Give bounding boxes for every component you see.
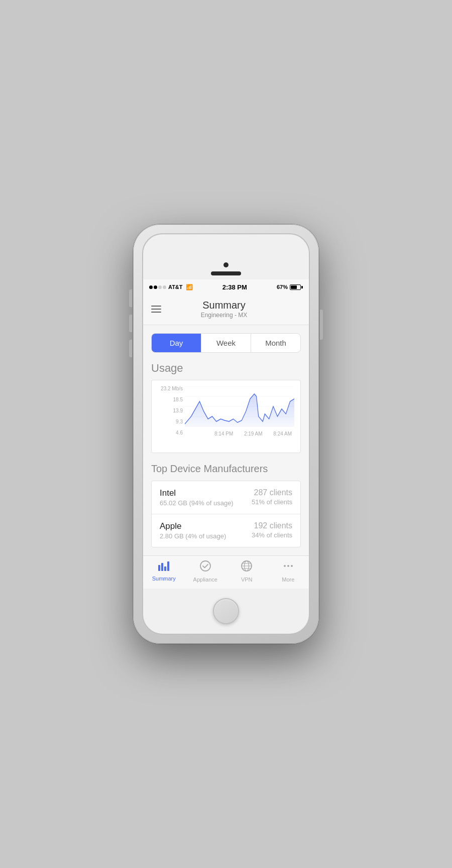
globe-icon	[241, 560, 253, 575]
bottom-bezel	[143, 589, 309, 634]
signal-dot-2	[154, 285, 157, 289]
hamburger-line-1	[151, 306, 161, 307]
signal-dot-4	[163, 285, 166, 289]
time-tab-bar: Day Week Month	[151, 333, 301, 353]
status-bar: AT&T 📶 2:38 PM 67%	[143, 279, 309, 295]
signal-indicator	[149, 285, 166, 289]
battery-fill	[291, 285, 297, 289]
svg-rect-7	[164, 566, 166, 571]
hamburger-line-2	[151, 309, 161, 310]
signal-dot-1	[149, 285, 153, 289]
more-icon-svg	[282, 560, 294, 572]
hamburger-line-3	[151, 312, 161, 313]
mfr-clients-apple: 192 clients	[252, 521, 292, 530]
status-time: 2:38 PM	[222, 283, 247, 291]
battery-tip	[301, 286, 303, 288]
mfr-pct-intel: 51% of clients	[252, 498, 292, 506]
manufacturers-section-title: Top Device Manufacturers	[151, 463, 301, 475]
tab-week[interactable]: Week	[201, 334, 251, 352]
appliance-icon-svg	[199, 560, 211, 572]
nav-bar: Summary Engineering - MX	[143, 295, 309, 325]
manufacturer-row-apple: Apple 2.80 GB (4% of usage) 192 clients …	[152, 514, 300, 547]
chart-svg	[185, 386, 294, 437]
vpn-icon-svg	[241, 560, 253, 572]
y-label-1: 18.5	[158, 397, 183, 402]
page-title: Summary	[161, 300, 287, 311]
tab-day[interactable]: Day	[152, 334, 201, 352]
bottom-tab-appliance[interactable]: Appliance	[185, 560, 227, 583]
battery-body	[290, 284, 301, 290]
y-axis-labels: 23.2 Mb/s 18.5 13.9 9.3 4.6	[158, 386, 183, 437]
battery-pct-label: 67%	[277, 284, 288, 290]
mfr-name-apple: Apple	[160, 521, 226, 531]
svg-rect-8	[167, 561, 169, 571]
battery-icon	[290, 284, 303, 290]
mfr-sub-apple: 2.80 GB (4% of usage)	[160, 532, 226, 540]
mfr-right-intel: 287 clients 51% of clients	[252, 488, 292, 507]
wifi-icon: 📶	[186, 284, 193, 291]
more-dots-icon	[282, 560, 294, 575]
bottom-tab-label-appliance: Appliance	[193, 576, 217, 583]
mfr-pct-apple: 34% of clients	[252, 531, 292, 539]
svg-rect-5	[158, 565, 160, 571]
bar-chart-icon	[158, 560, 170, 574]
chart-wrapper: 23.2 Mb/s 18.5 13.9 9.3 4.6	[158, 386, 294, 447]
menu-button[interactable]	[151, 306, 161, 313]
usage-section-title: Usage	[151, 362, 301, 375]
mfr-clients-intel: 287 clients	[252, 488, 292, 497]
y-label-2: 13.9	[158, 408, 183, 413]
mfr-left-intel: Intel 65.02 GB (94% of usage)	[160, 488, 234, 507]
bottom-tab-label-more: More	[282, 576, 294, 583]
y-label-4: 4.6	[158, 430, 183, 436]
page-subtitle: Engineering - MX	[161, 312, 287, 319]
home-button[interactable]	[213, 598, 239, 624]
bottom-tab-label-vpn: VPN	[241, 576, 253, 583]
manufacturer-row-intel: Intel 65.02 GB (94% of usage) 287 client…	[152, 481, 300, 514]
carrier-label: AT&T	[168, 284, 183, 290]
svg-point-9	[200, 561, 210, 571]
bottom-tab-more[interactable]: More	[268, 560, 309, 583]
screen: AT&T 📶 2:38 PM 67%	[143, 279, 309, 589]
x-label-2: 8:24 AM	[273, 431, 292, 437]
x-label-1: 2:19 AM	[244, 431, 263, 437]
mfr-sub-intel: 65.02 GB (94% of usage)	[160, 499, 234, 507]
bottom-tab-summary[interactable]: Summary	[143, 560, 185, 583]
svg-point-15	[284, 565, 286, 567]
speaker	[211, 271, 241, 275]
x-axis-labels: 8:14 PM 2:19 AM 8:24 AM	[212, 431, 294, 437]
chart-svg-area: 8:14 PM 2:19 AM 8:24 AM	[185, 386, 294, 437]
signal-dot-3	[158, 285, 162, 289]
nav-title-block: Summary Engineering - MX	[161, 300, 287, 319]
bottom-tab-bar: Summary Appliance	[143, 555, 309, 589]
bottom-tab-label-summary: Summary	[152, 575, 176, 582]
mfr-left-apple: Apple 2.80 GB (4% of usage)	[160, 521, 226, 540]
svg-point-16	[287, 565, 289, 567]
x-label-0: 8:14 PM	[214, 431, 233, 437]
manufacturer-list: Intel 65.02 GB (94% of usage) 287 client…	[151, 481, 301, 547]
y-label-3: 9.3	[158, 419, 183, 424]
svg-point-17	[291, 565, 293, 567]
camera	[223, 262, 229, 267]
main-content: Day Week Month Usage 23.2 Mb/s 18.5 13.9…	[143, 325, 309, 555]
tab-month[interactable]: Month	[251, 334, 300, 352]
svg-rect-6	[161, 563, 163, 571]
y-label-0: 23.2 Mb/s	[158, 386, 183, 391]
top-bezel	[143, 234, 309, 279]
usage-chart: 23.2 Mb/s 18.5 13.9 9.3 4.6	[151, 380, 301, 453]
phone-screen: AT&T 📶 2:38 PM 67%	[142, 233, 310, 635]
status-left: AT&T 📶	[149, 284, 193, 291]
status-right: 67%	[277, 284, 303, 290]
mfr-right-apple: 192 clients 34% of clients	[252, 521, 292, 540]
mfr-name-intel: Intel	[160, 488, 234, 498]
bottom-tab-vpn[interactable]: VPN	[226, 560, 268, 583]
summary-icon-svg	[158, 560, 170, 571]
phone-frame: AT&T 📶 2:38 PM 67%	[133, 224, 319, 644]
check-circle-icon	[199, 560, 211, 575]
